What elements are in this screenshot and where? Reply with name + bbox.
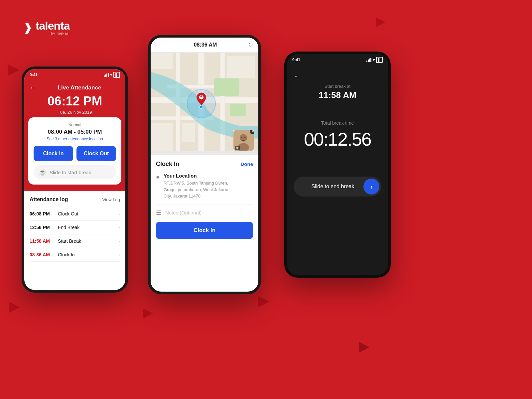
chevron-left-icon: ‹: [370, 183, 373, 191]
clock-in-big-button[interactable]: Clock In: [156, 222, 253, 239]
view-log-link[interactable]: View Log: [102, 197, 120, 202]
log-item-0: 06:08 PM Clock Out ›: [30, 207, 120, 221]
phone2-bottom-sheet: Clock In Done ● Your Location RT.3/RW.5,…: [151, 155, 258, 244]
logo-chevron-icon: ❱: [23, 22, 32, 33]
notes-row: ☰ Notes (Optional): [156, 209, 253, 216]
log-time-1: 12:56 PM: [30, 225, 58, 230]
svg-point-21: [241, 137, 242, 138]
phone3-wifi-icon: ▾: [373, 58, 375, 62]
slide-end-text: Slide to end break: [296, 184, 363, 190]
deco-arrow-5: ▶: [258, 293, 268, 309]
phone-map-clockin: 9:41 ▾ ▌ ← 08:36 AM ↻: [148, 35, 261, 294]
clock-in-header: Clock In Done: [156, 161, 253, 168]
phone1-current-date: Tue, 26 Nov 2019: [30, 110, 120, 115]
log-title: Attendance log: [30, 197, 68, 202]
deco-arrow-1: ▶: [376, 15, 385, 28]
phone3-status-icons: ▾ ▌: [366, 57, 383, 63]
log-time-2: 11:58 AM: [30, 238, 58, 244]
location-row: ● Your Location RT.3/RW.5, South Tanjung…: [156, 173, 253, 204]
start-break-time: 11:58 AM: [294, 90, 381, 100]
svg-rect-12: [227, 56, 255, 78]
start-break-label: Start break at: [294, 84, 381, 89]
phone3-status-time: 9:41: [292, 58, 300, 62]
clock-in-button[interactable]: Clock In: [34, 146, 73, 161]
phone1-title: Live Attendance: [39, 84, 120, 91]
phone2-refresh-icon[interactable]: ↻: [248, 41, 253, 49]
phone1-status-time: 9:41: [30, 72, 38, 77]
log-time-0: 06:08 PM: [30, 211, 58, 216]
phone1-status-icons: ▾ ▌: [104, 72, 120, 78]
log-header: Attendance log View Log: [30, 197, 120, 202]
photo-thumbnail[interactable]: ✕: [233, 130, 254, 151]
phone1-header: ← Live Attendance 06:12 PM Tue, 26 Nov 2…: [24, 80, 125, 121]
location-link[interactable]: See 3 other attendance location: [34, 137, 116, 141]
phone-live-attendance: 9:41 ▾ ▌ ← Live Attendance 06:12 PM Tue,…: [22, 66, 128, 293]
chevron-down-icon: ⌄: [294, 72, 298, 78]
back-icon[interactable]: ←: [30, 84, 36, 91]
deco-arrow-2: ▶: [8, 62, 19, 77]
total-break-area: Total break time 00:12.56: [287, 120, 388, 150]
svg-rect-8: [230, 104, 246, 116]
svg-point-24: [236, 147, 239, 149]
done-link[interactable]: Done: [241, 161, 253, 167]
log-chevron-3[interactable]: ›: [118, 252, 120, 257]
svg-rect-11: [182, 123, 195, 142]
shift-label: Normal: [34, 123, 116, 127]
log-chevron-1[interactable]: ›: [118, 225, 120, 230]
location-details: Your Location RT.3/RW.5, South Tanjung D…: [164, 173, 228, 200]
phone3-dropdown[interactable]: ⌄: [294, 72, 381, 78]
slide-end-break[interactable]: Slide to end break ‹: [294, 177, 381, 197]
clock-buttons: Clock In Clock Out: [34, 146, 116, 161]
deco-arrow-3: ▶: [9, 299, 19, 314]
phone1-wifi-icon: ▾: [110, 72, 112, 77]
slide-end-button[interactable]: ‹: [363, 179, 379, 195]
deco-arrow-6: ▶: [359, 339, 369, 354]
break-slider[interactable]: ☕ Slide to start break: [34, 165, 116, 179]
svg-rect-9: [151, 53, 173, 69]
log-action-1: End Break: [58, 225, 118, 230]
phone3-signal-icon: [366, 58, 371, 62]
log-item-3: 08:36 AM Clock In ›: [30, 248, 120, 262]
log-item-1: 12:56 PM End Break ›: [30, 221, 120, 234]
phone2-back-icon[interactable]: ←: [156, 41, 163, 49]
svg-point-17: [200, 105, 203, 109]
phone1-current-time: 06:12 PM: [30, 94, 120, 108]
notes-input[interactable]: Notes (Optional): [165, 210, 201, 215]
phone1-battery-icon: ▌: [113, 72, 120, 78]
svg-rect-10: [151, 123, 173, 151]
phone3-status-bar: 9:41 ▾ ▌: [287, 54, 388, 66]
location-name: Your Location: [164, 173, 228, 179]
coffee-icon: ☕: [39, 169, 46, 176]
phone1-card: Normal 08:00 AM - 05:00 PM See 3 other a…: [28, 117, 121, 185]
logo-text-group: talenta by mekari: [36, 20, 70, 35]
log-chevron-0[interactable]: ›: [118, 211, 120, 216]
notes-icon: ☰: [156, 209, 161, 216]
phone3-header-area: ⌄ Start break at 11:58 AM: [287, 66, 388, 100]
phone2-map-time: 08:36 AM: [194, 42, 217, 48]
attendance-log: Attendance log View Log 06:08 PM Clock O…: [24, 191, 125, 267]
svg-point-22: [244, 137, 246, 138]
phone1-signal-icon: [104, 73, 109, 77]
map-area: ✕: [151, 49, 258, 155]
log-action-3: Clock In: [58, 252, 118, 257]
svg-rect-5: [220, 53, 225, 151]
phone3-battery-icon: ▌: [376, 57, 383, 63]
log-action-0: Clock Out: [58, 211, 118, 216]
logo-sub: by mekari: [36, 31, 70, 35]
total-break-time: 00:12.56: [287, 128, 388, 150]
log-action-2: Start Break: [58, 238, 118, 244]
log-time-3: 08:36 AM: [30, 252, 58, 257]
log-chevron-2[interactable]: ›: [118, 238, 120, 244]
log-item-2: 11:58 AM Start Break ›: [30, 234, 120, 248]
location-pin-icon: ●: [156, 174, 160, 181]
svg-point-16: [200, 95, 202, 97]
location-address: RT.3/RW.5, South Tanjung Duren,Grogol pe…: [164, 180, 228, 200]
phone2-topbar: ← 08:36 AM ↻: [151, 38, 258, 52]
logo-name: talenta: [36, 20, 70, 31]
deco-arrow-4: ▶: [143, 306, 152, 320]
clock-in-title: Clock In: [156, 161, 179, 168]
total-break-label: Total break time: [287, 120, 388, 126]
logo: ❱ talenta by mekari: [23, 20, 70, 35]
clock-out-button[interactable]: Clock Out: [76, 146, 116, 161]
phone-break-timer: 9:41 ▾ ▌ ⌄ Start break at 11:58 AM Total…: [284, 52, 391, 278]
